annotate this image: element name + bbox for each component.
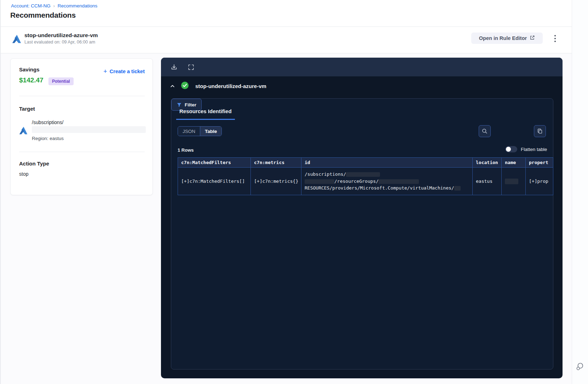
rule-result-header: stop-underutilized-azure-vm	[167, 81, 266, 91]
search-icon	[482, 128, 488, 134]
id-subscriptions-segment: /subscriptions/	[305, 171, 346, 177]
download-icon	[170, 63, 178, 71]
resources-table: c7n:MatchedFilters c7n:metrics id locati…	[178, 157, 553, 195]
filter-label: Filter	[185, 102, 196, 107]
recommendation-details-card: Savings + Create a ticket $142.47 Potent…	[10, 58, 153, 195]
create-ticket-button[interactable]: + Create a ticket	[103, 69, 145, 74]
cell-matched-filters-expander[interactable]: [+]c7n:MatchedFilters[]	[178, 168, 251, 195]
help-chat-button[interactable]	[575, 361, 585, 372]
fullscreen-icon	[188, 64, 195, 71]
target-region: Region: eastus	[32, 136, 64, 141]
action-type-value: stop	[19, 171, 28, 177]
redacted-resource-group	[379, 179, 419, 184]
potential-badge: Potential	[48, 77, 74, 85]
create-ticket-label: Create a ticket	[110, 69, 145, 74]
rows-count: 1 Rows	[178, 147, 194, 153]
azure-logo-icon	[12, 34, 21, 43]
download-button[interactable]	[169, 63, 179, 72]
column-header-matched-filters: c7n:MatchedFilters	[178, 158, 251, 168]
viewer-toolbar	[161, 58, 563, 76]
page-title: Recommendations	[10, 11, 76, 19]
redacted-subscription-id	[32, 126, 146, 133]
id-resource-groups-segment: /resourceGroups/	[334, 179, 379, 184]
column-header-name: name	[502, 158, 526, 168]
card-divider	[19, 96, 145, 96]
action-type-label: Action Type	[19, 161, 49, 167]
copy-button[interactable]	[534, 125, 546, 137]
table-header-row: c7n:MatchedFilters c7n:metrics id locati…	[178, 158, 553, 168]
rule-result-title: stop-underutilized-azure-vm	[195, 83, 266, 89]
cell-name	[502, 168, 526, 195]
id-providers-segment: RESOURCES/providers/Microsoft.Compute/vi…	[305, 185, 454, 191]
redacted-vm-name	[454, 186, 461, 191]
fullscreen-button[interactable]	[186, 63, 196, 72]
view-toggle-json[interactable]: JSON	[178, 127, 200, 136]
tab-resources-identified[interactable]: Resources Identified	[176, 108, 235, 120]
table-row: [+]c7n:MatchedFilters[] [+]c7n:metrics{}…	[178, 168, 553, 195]
success-check-icon	[181, 81, 189, 91]
open-in-rule-editor-label: Open in Rule Editor	[479, 35, 527, 41]
external-link-icon	[530, 35, 535, 41]
resource-viewer-panel: stop-underutilized-azure-vm Resources Id…	[161, 58, 563, 378]
cell-metrics-expander[interactable]: [+]c7n:metrics{}	[251, 168, 301, 195]
redacted-name	[505, 179, 518, 184]
redacted-id-segment	[305, 179, 334, 184]
right-rail	[572, 0, 588, 384]
open-in-rule-editor-button[interactable]: Open in Rule Editor	[471, 33, 543, 44]
cell-properties-expander[interactable]: [+]prop	[526, 168, 553, 195]
breadcrumb: Account: CCM-NG › Recommendations	[11, 3, 97, 8]
flatten-table-toggle[interactable]	[505, 146, 517, 152]
column-header-metrics: c7n:metrics	[251, 158, 301, 168]
plus-icon: +	[103, 69, 107, 74]
azure-logo-icon	[19, 126, 28, 135]
chat-bubbles-icon	[575, 361, 585, 371]
cell-location: eastus	[473, 168, 502, 195]
card-divider	[19, 152, 145, 152]
breadcrumb-separator-icon: ›	[53, 4, 55, 8]
chevron-up-icon	[169, 83, 175, 89]
column-header-location: location	[473, 158, 502, 168]
section-divider	[1, 53, 572, 53]
collapse-section-button[interactable]	[167, 81, 177, 91]
toggle-knob	[506, 147, 511, 152]
recommendation-name: stop-underutilized-azure-vm	[24, 32, 98, 39]
redacted-subscription-id	[346, 172, 380, 177]
filter-funnel-icon	[177, 102, 182, 107]
view-mode-toggle: JSON Table	[178, 126, 222, 136]
view-toggle-table[interactable]: Table	[200, 127, 221, 136]
column-header-id: id	[301, 158, 473, 168]
copy-icon	[537, 128, 543, 134]
target-subscription-path: /subscriptions/	[32, 120, 63, 125]
resources-identified-panel: Resources Identified JSON Table Filter 1…	[171, 98, 553, 370]
breadcrumb-account-link[interactable]: Account: CCM-NG	[11, 3, 51, 8]
savings-label: Savings	[19, 66, 40, 72]
breadcrumb-recommendations-link[interactable]: Recommendations	[58, 3, 98, 8]
column-header-properties: propert	[526, 158, 553, 168]
more-options-menu-button[interactable]	[550, 33, 560, 44]
recommendation-last-evaluated: Last evaluated on: 09 Apr, 06:00 am	[24, 40, 95, 45]
cell-id: /subscriptions/ /resourceGroups/ RESOURC…	[301, 168, 473, 195]
savings-amount: $142.47	[19, 76, 44, 84]
header-divider	[1, 27, 572, 27]
search-button[interactable]	[479, 125, 491, 137]
flatten-table-label: Flatten table	[521, 147, 547, 152]
target-label: Target	[19, 106, 35, 112]
